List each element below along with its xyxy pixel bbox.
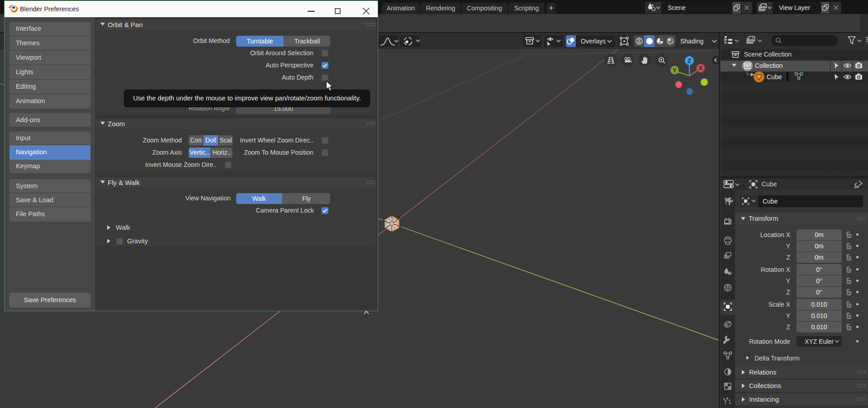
svg-text:X: X — [699, 65, 702, 71]
svg-text:Y: Y — [673, 67, 676, 74]
svg-text:Z: Z — [688, 57, 691, 64]
